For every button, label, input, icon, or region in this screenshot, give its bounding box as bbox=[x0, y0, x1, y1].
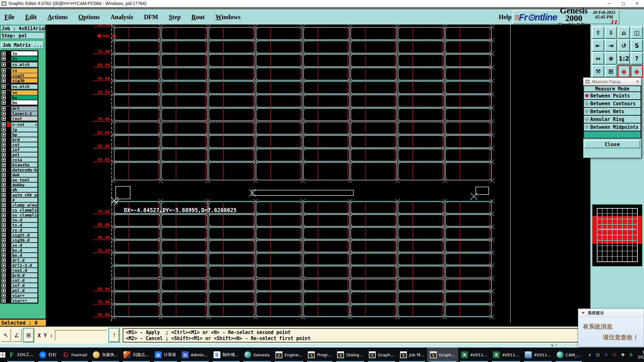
layer-checkbox[interactable] bbox=[1, 73, 6, 78]
layer-name[interactable]: cut.d bbox=[11, 278, 38, 283]
taskbar-item-[interactable]: 兴森快... bbox=[90, 348, 121, 362]
layer-name[interactable]: brd.d bbox=[11, 273, 38, 278]
layer-name[interactable]: cs.etch bbox=[11, 62, 38, 67]
layer-name[interactable]: dh bbox=[11, 187, 38, 192]
taskbar-item-graph[interactable]: XGraph... bbox=[366, 348, 397, 362]
redraw-button[interactable]: ↺ bbox=[618, 39, 630, 52]
layer-checkbox[interactable] bbox=[1, 192, 6, 197]
layer-name[interactable]: pnl.d bbox=[11, 288, 38, 293]
grid-snap-button[interactable]: ⊞ bbox=[24, 329, 34, 342]
layer-checkbox[interactable] bbox=[1, 243, 6, 248]
layer-row-v-cut[interactable]: v-cut⊞ bbox=[1, 122, 38, 127]
taskbar-item-[interactable]: ✈钉钉 bbox=[36, 348, 59, 362]
layer-row-bo[interactable]: bo bbox=[1, 100, 38, 105]
layer-name[interactable]: to bbox=[11, 51, 38, 56]
layer-name[interactable]: dwkby bbox=[11, 182, 38, 187]
layer-name[interactable]: rout bbox=[11, 116, 38, 121]
taskbar-item-[interactable]: ≣制作规... bbox=[211, 348, 242, 362]
taskbar-item-jobm[interactable]: XJob M... bbox=[397, 348, 427, 362]
taskbar-item-progr[interactable]: XProgr... bbox=[305, 348, 334, 362]
layer-checkbox[interactable] bbox=[1, 95, 6, 100]
layer-name[interactable]: via+++ bbox=[11, 298, 38, 303]
layer-row-cvia[interactable]: cvia bbox=[1, 157, 38, 162]
layer-checkbox[interactable] bbox=[1, 298, 6, 303]
layer-name[interactable]: ss.etch bbox=[11, 84, 38, 89]
taskbar-item-dialog[interactable]: XDialog... bbox=[334, 348, 366, 362]
angle-measure-button[interactable]: ∠ bbox=[12, 329, 22, 342]
serpentine-button[interactable]: S bbox=[630, 39, 643, 52]
taskbar-clock[interactable]: 17:49 2023/2/20 bbox=[638, 350, 644, 360]
layer-checkbox[interactable] bbox=[1, 263, 6, 268]
layer-checkbox[interactable] bbox=[1, 238, 6, 243]
layer-checkbox[interactable] bbox=[1, 147, 6, 152]
layer-row-cs.d[interactable]: cs.d bbox=[1, 228, 38, 233]
layer-row-dh[interactable]: dh bbox=[1, 187, 38, 192]
menu-dfm[interactable]: DFM bbox=[144, 14, 158, 21]
measure-option-annular-ring[interactable]: Annular Ring bbox=[583, 115, 641, 123]
layer-row-rout.d[interactable]: rout.d bbox=[1, 268, 38, 273]
menu-analysis[interactable]: Analysis bbox=[110, 14, 133, 21]
layer-name[interactable]: ts bbox=[11, 56, 38, 61]
pan-left-button[interactable]: ⇤ bbox=[592, 39, 604, 52]
layer-row-inf[interactable]: inf bbox=[1, 147, 38, 152]
layer-name[interactable]: ss bbox=[11, 90, 38, 95]
layer-checkbox[interactable] bbox=[1, 100, 6, 105]
layer-name[interactable]: tp bbox=[11, 127, 38, 132]
layer-row-cut.d[interactable]: cut.d bbox=[1, 278, 38, 283]
menu-step[interactable]: Step bbox=[169, 14, 181, 21]
layer-name[interactable]: cvia bbox=[11, 157, 38, 162]
layer-checkbox[interactable] bbox=[1, 228, 6, 233]
layer-checkbox[interactable] bbox=[1, 142, 6, 147]
job-matrix-button[interactable]: Job Matrix ... bbox=[1, 41, 44, 49]
alert-button[interactable]: ! bbox=[109, 329, 119, 342]
layer-checkbox[interactable] bbox=[1, 172, 6, 177]
layer-row-dwkby[interactable]: dwkby bbox=[1, 182, 38, 187]
help-button[interactable]: ? bbox=[630, 52, 643, 65]
layer-checkbox[interactable] bbox=[1, 116, 6, 121]
close-button[interactable]: ✕ bbox=[630, 0, 644, 7]
taskbar-item-foxmail[interactable]: GFoxmail bbox=[59, 348, 90, 362]
menu-help[interactable]: Help bbox=[499, 10, 512, 25]
layer-name[interactable]: sig3b bbox=[11, 78, 38, 83]
overview-navigator[interactable] bbox=[592, 204, 642, 266]
layer-row-sig2t[interactable]: sig2t bbox=[1, 73, 38, 78]
measure-popup-close-button[interactable]: Close bbox=[584, 140, 640, 148]
layer-checkbox[interactable] bbox=[1, 132, 6, 137]
measure-popup-titlebar[interactable]: Measure Popup ✕ bbox=[583, 78, 641, 85]
layer-name[interactable]: drl1-2.d bbox=[11, 263, 38, 268]
layer-row-d[interactable]: d bbox=[1, 197, 38, 202]
zoom-extents-button[interactable]: ⇔ bbox=[592, 52, 604, 65]
home-view-button[interactable]: ⌂ bbox=[618, 26, 630, 39]
layer-name[interactable]: inf.d bbox=[11, 283, 38, 288]
menu-options[interactable]: Options bbox=[78, 14, 100, 21]
layer-row-bs[interactable]: bs bbox=[1, 95, 38, 100]
layer-name[interactable]: drl.d bbox=[11, 258, 38, 263]
layer-name[interactable]: auto_chk_pnl bbox=[11, 192, 38, 197]
layer-checkbox[interactable] bbox=[1, 137, 6, 142]
layer-checkbox[interactable] bbox=[1, 268, 6, 273]
layer-row-sig3b[interactable]: sig3b bbox=[1, 78, 38, 83]
layer-name[interactable]: ts.d bbox=[11, 222, 38, 228]
layer-checkbox[interactable] bbox=[1, 207, 6, 212]
layer-checkbox[interactable] bbox=[1, 258, 6, 263]
taskbar-item-eds[interactable]: FEDS工... bbox=[5, 348, 36, 362]
layer-name[interactable]: v-cut⊞ bbox=[11, 122, 38, 127]
layer-row-bo.d[interactable]: bo.d bbox=[1, 253, 38, 258]
tray-plus-icon[interactable]: ✚ bbox=[621, 352, 625, 357]
layer-row-biaozhu[interactable]: biaozhu bbox=[1, 162, 38, 167]
taskbar-item-4v011[interactable]: X4V011... bbox=[458, 348, 490, 362]
taskbar-item-4v011[interactable]: X4V011... bbox=[490, 348, 522, 362]
layer-row-ss.d[interactable]: ss.d bbox=[1, 243, 38, 248]
layer-name[interactable]: cs.d bbox=[11, 228, 38, 233]
layer-row-inf.d[interactable]: inf.d bbox=[1, 283, 38, 288]
layer-name[interactable]: biaozhu bbox=[11, 162, 38, 167]
layer-row-auto_chk_pnl[interactable]: auto_chk_pnl bbox=[1, 192, 38, 197]
layer-checkbox[interactable] bbox=[1, 152, 6, 157]
layer-row-drl1-2.d[interactable]: drl1-2.d bbox=[1, 263, 38, 268]
layer-checkbox[interactable] bbox=[1, 62, 6, 67]
measure-option-between-midpoints[interactable]: Between Midpoints bbox=[583, 123, 641, 131]
layer-checkbox[interactable] bbox=[1, 106, 6, 111]
layer-checkbox[interactable] bbox=[1, 197, 6, 202]
layer-row-datecode-bs[interactable]: datecode-bs bbox=[1, 167, 38, 172]
snap-mode-button[interactable]: ↖ bbox=[1, 329, 11, 342]
